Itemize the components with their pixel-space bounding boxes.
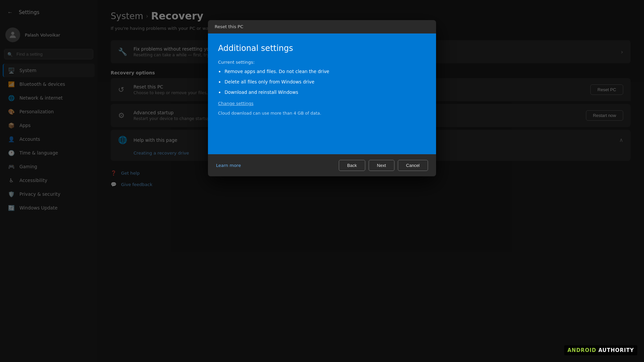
dialog-overlay: Reset this PC Additional settings Curren…	[0, 0, 644, 362]
dialog-bullet-2: • Delete all files only from Windows dri…	[218, 79, 426, 86]
dialog-bullet-3: • Download and reinstall Windows	[218, 89, 426, 97]
dialog-titlebar: Reset this PC	[208, 20, 436, 34]
watermark-android: ANDROID	[568, 347, 596, 353]
watermark-authority: AUTHORITY	[596, 347, 634, 353]
dialog-bullet-1: • Remove apps and files. Do not clean th…	[218, 69, 426, 76]
back-button[interactable]: Back	[339, 160, 365, 171]
dialog-bullet-text-1: Remove apps and files. Do not clean the …	[224, 69, 329, 74]
dialog-footer: Learn more Back Next Cancel	[208, 154, 436, 176]
cancel-button[interactable]: Cancel	[398, 160, 428, 171]
next-button[interactable]: Next	[369, 160, 394, 171]
dialog-info-text: Cloud download can use more than 4 GB of…	[218, 111, 426, 116]
reset-dialog: Reset this PC Additional settings Curren…	[208, 20, 436, 176]
watermark: ANDROID AUTHORITY	[564, 345, 637, 355]
dialog-bullet-text-3: Download and reinstall Windows	[224, 89, 298, 95]
dialog-section-label: Current settings:	[218, 60, 426, 65]
dialog-title: Additional settings	[218, 44, 426, 53]
dialog-body: Additional settings Current settings: • …	[208, 34, 436, 154]
dialog-bullet-text-2: Delete all files only from Windows drive	[224, 79, 314, 84]
change-settings-link[interactable]: Change settings	[218, 101, 254, 106]
dialog-footer-buttons: Back Next Cancel	[339, 160, 428, 171]
learn-more-link[interactable]: Learn more	[216, 163, 241, 168]
